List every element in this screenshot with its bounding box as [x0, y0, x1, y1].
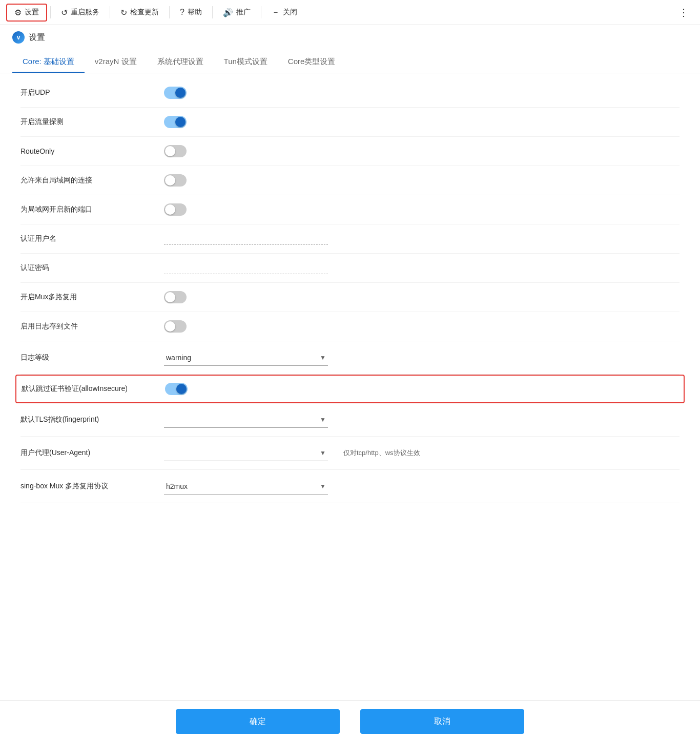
allow-lan-track — [164, 174, 187, 187]
enable-log-file-control — [164, 320, 680, 333]
log-level-arrow: ▼ — [320, 354, 326, 361]
auth-username-input[interactable] — [164, 233, 328, 245]
setting-enable-log-file: 启用日志存到文件 — [20, 312, 680, 341]
allow-insecure-knob — [176, 384, 187, 394]
help-label: 帮助 — [188, 8, 202, 17]
singbox-mux-select[interactable]: h2mux ▼ — [164, 478, 328, 494]
promote-label: 推广 — [236, 8, 251, 17]
traffic-detect-label: 开启流量探测 — [20, 117, 164, 127]
auth-password-input[interactable] — [164, 262, 328, 274]
settings-label: 设置 — [25, 8, 39, 17]
user-agent-hint: 仅对tcp/http、ws协议生效 — [343, 448, 420, 458]
tls-fingerprint-select[interactable]: ▼ — [164, 411, 328, 428]
enable-log-file-label: 启用日志存到文件 — [20, 322, 164, 331]
singbox-mux-label: sing-box Mux 多路复用协议 — [20, 482, 164, 491]
separator4 — [212, 6, 213, 18]
setting-singbox-mux: sing-box Mux 多路复用协议 h2mux ▼ — [20, 470, 680, 503]
setting-enable-udp: 开启UDP — [20, 78, 680, 108]
tab-core-type[interactable]: Core类型设置 — [278, 52, 346, 73]
setting-allow-lan: 允许来自局域网的连接 — [20, 166, 680, 195]
titlebar-right: ⋮ — [673, 3, 694, 22]
log-level-label: 日志等级 — [20, 353, 164, 362]
titlebar: ⚙ 设置 ↺ 重启服务 ↻ 检查更新 ? 帮助 🔊 推广 － 关闭 ⋮ — [0, 0, 700, 25]
setting-traffic-detect: 开启流量探测 — [20, 108, 680, 137]
new-port-lan-toggle[interactable] — [164, 203, 187, 216]
promote-icon: 🔊 — [223, 8, 233, 17]
enable-udp-track — [164, 87, 187, 99]
allow-lan-toggle[interactable] — [164, 174, 187, 187]
allow-insecure-control — [165, 383, 678, 395]
auth-username-control — [164, 233, 680, 245]
setting-auth-password: 认证密码 — [20, 254, 680, 283]
separator2 — [110, 6, 110, 18]
route-only-toggle[interactable] — [164, 145, 187, 157]
traffic-detect-toggle[interactable] — [164, 116, 187, 128]
enable-log-file-toggle[interactable] — [164, 320, 187, 333]
enable-mux-toggle[interactable] — [164, 291, 187, 303]
titlebar-restart-button[interactable]: ↺ 重启服务 — [54, 5, 107, 20]
route-only-control — [164, 145, 680, 157]
app-title: 设置 — [29, 32, 45, 43]
checkupdate-icon: ↻ — [120, 8, 127, 17]
settings-icon: ⚙ — [14, 8, 22, 17]
route-only-label: RouteOnly — [20, 147, 164, 155]
setting-new-port-lan: 为局域网开启新的端口 — [20, 195, 680, 224]
tls-fingerprint-control: ▼ — [164, 411, 680, 428]
titlebar-promote-button[interactable]: 🔊 推广 — [216, 5, 258, 20]
titlebar-close-button[interactable]: － 关闭 — [264, 4, 304, 21]
restart-icon: ↺ — [61, 8, 68, 17]
enable-udp-label: 开启UDP — [20, 88, 164, 97]
singbox-mux-arrow: ▼ — [320, 483, 326, 490]
route-only-knob — [165, 146, 175, 156]
enable-mux-control — [164, 291, 680, 303]
traffic-detect-knob — [175, 117, 186, 127]
traffic-detect-control — [164, 116, 680, 128]
new-port-lan-track — [164, 203, 187, 216]
setting-enable-mux: 开启Mux多路复用 — [20, 283, 680, 312]
enable-log-file-track — [164, 320, 187, 333]
enable-udp-knob — [175, 88, 186, 98]
enable-udp-control — [164, 87, 680, 99]
enable-udp-toggle[interactable] — [164, 87, 187, 99]
setting-allow-insecure: 默认跳过证书验证(allowInsecure) — [15, 375, 685, 403]
user-agent-select[interactable]: ▼ — [164, 445, 328, 461]
tabs: Core: 基础设置 v2rayN 设置 系统代理设置 Tun模式设置 Core… — [0, 44, 700, 73]
separator — [50, 6, 51, 18]
setting-tls-fingerprint: 默认TLS指纹(fingerprint) ▼ — [20, 403, 680, 437]
titlebar-checkupdate-button[interactable]: ↻ 检查更新 — [113, 5, 166, 20]
close-label: 关闭 — [283, 8, 297, 17]
separator5 — [261, 6, 261, 18]
tls-fingerprint-label: 默认TLS指纹(fingerprint) — [20, 415, 164, 424]
auth-password-label: 认证密码 — [20, 263, 164, 273]
titlebar-settings-button[interactable]: ⚙ 设置 — [6, 4, 47, 22]
auth-username-label: 认证用户名 — [20, 234, 164, 243]
tab-tun-mode[interactable]: Tun模式设置 — [214, 52, 278, 73]
allow-insecure-track — [165, 383, 188, 395]
enable-mux-knob — [165, 292, 175, 302]
tab-core-basic[interactable]: Core: 基础设置 — [12, 52, 85, 73]
allow-insecure-label: 默认跳过证书验证(allowInsecure) — [22, 384, 165, 394]
more-button[interactable]: ⋮ — [673, 3, 694, 22]
log-level-select[interactable]: warning ▼ — [164, 349, 328, 366]
app-title-bar: v 设置 — [0, 25, 700, 44]
setting-user-agent: 用户代理(User-Agent) ▼ 仅对tcp/http、ws协议生效 — [20, 437, 680, 470]
user-agent-label: 用户代理(User-Agent) — [20, 448, 164, 458]
auth-password-control — [164, 262, 680, 274]
traffic-detect-track — [164, 116, 187, 128]
setting-auth-username: 认证用户名 — [20, 224, 680, 254]
titlebar-help-button[interactable]: ? 帮助 — [173, 5, 209, 20]
app-logo: v — [12, 31, 25, 44]
tab-system-proxy[interactable]: 系统代理设置 — [147, 52, 214, 73]
confirm-button[interactable]: 确定 — [176, 709, 340, 734]
separator3 — [169, 6, 170, 18]
route-only-track — [164, 145, 187, 157]
settings-content: 开启UDP 开启流量探测 RouteOnly — [0, 73, 700, 508]
close-icon: － — [272, 7, 280, 18]
allow-insecure-toggle[interactable] — [165, 383, 188, 395]
tab-v2rayn[interactable]: v2rayN 设置 — [85, 52, 147, 73]
cancel-button[interactable]: 取消 — [360, 709, 524, 734]
singbox-mux-value: h2mux — [166, 482, 188, 490]
footer: 确定 取消 — [0, 700, 700, 742]
checkupdate-label: 检查更新 — [130, 8, 159, 17]
tls-fingerprint-arrow: ▼ — [320, 416, 326, 423]
